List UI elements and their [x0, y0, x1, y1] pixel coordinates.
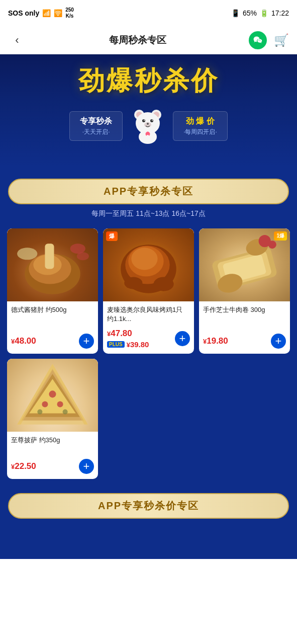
product-card-roll: 1爆 手作芝士牛肉卷 300g ¥19.80 +	[199, 228, 290, 354]
svg-point-40	[63, 410, 68, 415]
plus-price-row: PLUS ¥39.80	[107, 340, 149, 349]
bottom-padding	[0, 519, 297, 559]
add-button-chicken[interactable]: +	[175, 331, 190, 346]
svg-point-17	[70, 244, 85, 254]
price-pizza: ¥22.50	[11, 461, 36, 471]
svg-point-38	[57, 401, 63, 407]
product-image-roll: 1爆	[199, 228, 290, 301]
svg-point-5	[142, 119, 145, 122]
section-time: 每周一至周五 11点~13点 16点~17点	[0, 207, 297, 223]
left-sub: ·天天开启·	[80, 128, 112, 136]
left-label: 专享秒杀	[80, 116, 112, 127]
price-row-pork: ¥48.00 +	[11, 334, 94, 349]
svg-point-6	[150, 119, 153, 122]
hero-title: 劲爆秒杀价	[10, 66, 287, 95]
svg-point-31	[268, 240, 276, 249]
page-title: 每周秒杀专区	[109, 34, 166, 47]
product-image-chicken: 爆	[103, 228, 194, 301]
hero-subtitle-row: 专享秒杀 ·天天开启·	[10, 103, 287, 148]
product-name-chicken: 麦臻选奥尔良风味烤鸡1只 约1.1k...	[107, 305, 190, 325]
product-name-roll: 手作芝士牛肉卷 300g	[203, 305, 286, 325]
hero-banner: 劲爆秒杀价 专享秒杀 ·天天开启·	[0, 54, 297, 167]
add-button-pizza[interactable]: +	[79, 459, 94, 474]
badge-rank-roll: 1爆	[274, 231, 287, 240]
bottom-section: APP专享秒杀价专区	[0, 486, 297, 519]
wechat-button[interactable]	[249, 31, 267, 49]
battery-text: 65%	[243, 9, 257, 17]
hero-subtitle-right: 劲 爆 价 ·每周四开启·	[173, 111, 228, 141]
wechat-icon	[253, 35, 263, 45]
svg-point-36	[49, 390, 56, 397]
product-card-chicken: 爆 麦臻选奥尔良风味烤鸡1只 约1.1k... ¥47.80 PLUS ¥39.…	[103, 228, 194, 354]
svg-point-37	[42, 401, 48, 407]
svg-point-22	[131, 248, 157, 270]
pork-image	[7, 228, 98, 301]
product-info-pork: 德式酱猪肘 约500g ¥48.00 +	[7, 301, 98, 354]
pork-illustration	[7, 228, 98, 301]
status-left: SOS only 📶 🛜 250K/s	[8, 7, 74, 19]
product-name-pork: 德式酱猪肘 约500g	[11, 305, 94, 325]
svg-rect-15	[45, 244, 54, 269]
bear-mascot	[128, 103, 168, 148]
product-info-pizza: 至尊披萨 约350g ¥22.50 +	[7, 432, 98, 479]
battery-symbol: 🔋	[260, 9, 268, 17]
product-image-pizza	[7, 359, 98, 432]
speed-text: 250K/s	[65, 7, 74, 19]
right-label: 劲 爆 价	[183, 116, 217, 127]
price-roll: ¥19.80	[203, 336, 228, 346]
price-row-roll: ¥19.80 +	[203, 334, 286, 349]
add-button-roll[interactable]: +	[271, 334, 286, 349]
product-info-chicken: 麦臻选奥尔良风味烤鸡1只 约1.1k... ¥47.80 PLUS ¥39.80…	[103, 301, 194, 354]
section-banner-1: APP专享秒杀专区	[8, 179, 289, 204]
svg-point-18	[77, 252, 89, 260]
pizza-image	[7, 359, 98, 432]
svg-point-39	[37, 410, 42, 415]
back-button[interactable]: ‹	[8, 34, 26, 47]
hero-subtitle-left: 专享秒杀 ·天天开启·	[69, 111, 123, 141]
svg-point-10	[147, 123, 149, 125]
wifi-icon: 🛜	[54, 9, 62, 17]
svg-point-8	[152, 120, 153, 121]
product-info-roll: 手作芝士牛肉卷 300g ¥19.80 +	[199, 301, 290, 354]
section-banner-text-2: APP专享秒杀价专区	[98, 500, 199, 511]
battery-icon: 📱	[231, 9, 240, 17]
signal-icon: 📶	[42, 9, 51, 17]
product-grid-row2: 至尊披萨 约350g ¥22.50 +	[0, 359, 297, 486]
product-image-pork	[7, 228, 98, 301]
price-row-pizza: ¥22.50 +	[11, 459, 94, 474]
price-plus: ¥39.80	[127, 340, 149, 349]
product-name-pizza: 至尊披萨 约350g	[11, 436, 94, 455]
price-chicken: ¥47.80	[107, 329, 132, 339]
sos-text: SOS only	[8, 9, 39, 17]
product-card-pork: 德式酱猪肘 约500g ¥48.00 +	[7, 228, 98, 354]
cart-button[interactable]: 🛒	[274, 33, 289, 47]
plus-badge: PLUS	[107, 341, 125, 348]
product-card-pizza: 至尊披萨 约350g ¥22.50 +	[7, 359, 98, 479]
time-text: 17:22	[271, 9, 289, 17]
price-pork: ¥48.00	[11, 336, 36, 346]
svg-point-16	[17, 248, 37, 260]
status-bar: SOS only 📶 🛜 250K/s 📱 65% 🔋 17:22	[0, 0, 297, 26]
price-row-chicken: ¥47.80 PLUS ¥39.80 +	[107, 329, 190, 349]
nav-bar: ‹ 每周秒杀专区 🛒	[0, 26, 297, 54]
price-plus-row: ¥47.80 PLUS ¥39.80	[107, 329, 149, 349]
badge-hot-chicken: 爆	[106, 231, 118, 241]
add-button-pork[interactable]: +	[79, 334, 94, 349]
bear-svg	[130, 106, 165, 146]
right-sub: ·每周四开启·	[183, 128, 217, 136]
svg-point-7	[144, 120, 145, 121]
svg-point-23	[154, 277, 174, 291]
product-grid-row1: 德式酱猪肘 约500g ¥48.00 + 爆	[0, 223, 297, 359]
svg-point-24	[124, 277, 142, 289]
status-right: 📱 65% 🔋 17:22	[231, 9, 289, 17]
nav-icons: 🛒	[249, 31, 289, 49]
pizza-illustration	[7, 359, 98, 432]
section-banner-text-1: APP专享秒杀专区	[104, 186, 193, 197]
section-banner-2: APP专享秒杀价专区	[8, 493, 289, 519]
